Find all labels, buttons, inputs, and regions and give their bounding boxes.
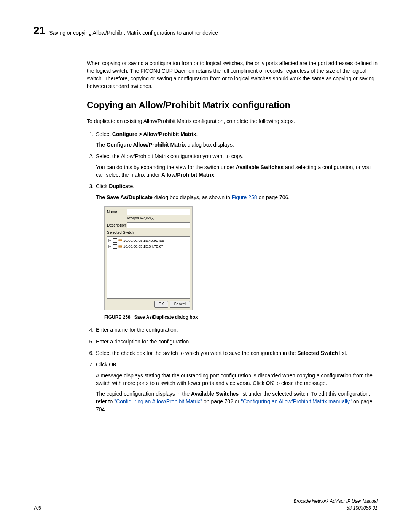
s7s2-mid2: on page 702 or (202, 398, 241, 404)
s7s2-link2[interactable]: "Configuring an Allow/Prohibit Matrix ma… (241, 398, 352, 404)
s2s-b2: Allow/Prohibit Matrix (161, 172, 214, 178)
dialog-button-row: OK Cancel (107, 301, 190, 308)
step-5: Enter a description for the configuratio… (95, 338, 378, 345)
s7s2-link1[interactable]: "Configuring an Allow/Prohibit Matrix" (114, 398, 202, 404)
step-1-sub: The Configure Allow/Prohibit Matrix dial… (96, 141, 378, 149)
s2s-b1: Available Switches (236, 164, 284, 170)
footer-right: Brocade Network Advisor IP User Manual 5… (293, 498, 378, 511)
tree-item-label: 10:00:00:05:1E:40:9D:EE (123, 238, 164, 243)
checkbox-icon[interactable] (113, 238, 117, 243)
s7-bold: OK (109, 361, 117, 367)
s3-bold: Duplicate (109, 183, 133, 189)
svg-rect-1 (119, 246, 122, 247)
expander-icon[interactable]: − (108, 245, 112, 248)
step-3-sub: The Save As/Duplicate dialog box display… (96, 193, 378, 201)
s2-main: Select the Allow/Prohibit Matrix configu… (96, 153, 244, 159)
step-7-sub1: A message displays stating that the outs… (96, 372, 378, 387)
expander-icon[interactable]: − (108, 239, 112, 242)
steps-list: Select Configure > Allow/Prohibit Matrix… (87, 130, 378, 413)
s2s-pre: You can do this by expanding the view fo… (96, 164, 236, 170)
switch-icon (118, 244, 122, 248)
step-7-sub2: The copied configuration displays in the… (96, 390, 378, 413)
s3s-link[interactable]: Figure 258 (232, 194, 257, 200)
s1s-pre: The (96, 142, 107, 148)
section-intro: To duplicate an existing Allow/Prohibit … (87, 117, 378, 125)
s7s1-post: to close the message. (274, 380, 327, 386)
section-heading: Copying an Allow/Prohibit Matrix configu… (87, 99, 378, 112)
s1s-post: dialog box displays. (186, 142, 234, 148)
figure-caption: FIGURE 258 Save As/Duplicate dialog box (104, 314, 378, 321)
description-label: Description (107, 223, 127, 228)
selected-switch-label: Selected Switch (107, 230, 190, 236)
selected-switch-tree[interactable]: − 10:00:00:05:1E:40:9D:EE − (107, 236, 190, 299)
svg-rect-0 (119, 240, 122, 241)
manual-title: Brocade Network Advisor IP User Manual (293, 498, 378, 504)
s3-pre: Click (96, 183, 109, 189)
s1-post: . (196, 131, 198, 137)
s6-pre: Select the check box for the switch to w… (96, 350, 297, 356)
s3s-mid: dialog box displays, as shown in (153, 194, 232, 200)
s7-pre: Click (96, 361, 109, 367)
step-6: Select the check box for the switch to w… (95, 349, 378, 357)
intro-paragraph: When copying or saving a configuration f… (87, 59, 378, 90)
s6-post: list. (338, 350, 347, 356)
switch-icon (118, 238, 122, 242)
tree-item-0[interactable]: − 10:00:00:05:1E:40:9D:EE (108, 238, 188, 243)
step-7-text: Click OK. (96, 361, 118, 367)
step-3: Click Duplicate. The Save As/Duplicate d… (95, 182, 378, 321)
caption-prefix: FIGURE 258 (104, 315, 131, 320)
step-7: Click OK. A message displays stating tha… (95, 361, 378, 413)
name-hint: Accepts A-Z,0-9,-,_ (127, 216, 190, 221)
save-as-dialog: Name Accepts A-Z,0-9,-,_ Description Sel… (104, 206, 193, 310)
name-label: Name (107, 209, 127, 215)
step-3-text: Click Duplicate. (96, 183, 134, 189)
s3s-bold: Save As/Duplicate (107, 194, 153, 200)
checkbox-icon[interactable] (113, 244, 117, 249)
content-area: When copying or saving a configuration f… (87, 59, 378, 413)
s3s-pre: The (96, 194, 107, 200)
name-input[interactable] (127, 209, 190, 215)
tree-item-1[interactable]: − 10:00:00:05:1E:34:7E:67 (108, 244, 188, 249)
s7s1-bold: OK (266, 380, 274, 386)
s1s-bold: Configure Allow/Prohibit Matrix (107, 142, 186, 148)
s7-post: . (117, 361, 118, 367)
page-number: 706 (33, 505, 41, 511)
page-header: 21 Saving or copying Allow/Prohibit Matr… (33, 23, 378, 40)
cancel-button[interactable]: Cancel (170, 301, 190, 308)
page-footer: 706 Brocade Network Advisor IP User Manu… (33, 498, 378, 511)
figure-258: Name Accepts A-Z,0-9,-,_ Description Sel… (104, 206, 378, 321)
doc-id: 53-1003056-01 (347, 505, 378, 511)
s1-pre: Select (96, 131, 112, 137)
chapter-number: 21 (33, 23, 45, 38)
caption-text: Save As/Duplicate dialog box (134, 315, 198, 320)
step-1-text: Select Configure > Allow/Prohibit Matrix… (96, 131, 198, 137)
s7s2-pre: The copied configuration displays in the (96, 391, 191, 397)
name-row: Name (107, 209, 190, 215)
s7s2-bold: Available Switches (191, 391, 239, 397)
step-1: Select Configure > Allow/Prohibit Matrix… (95, 130, 378, 149)
tree-item-label: 10:00:00:05:1E:34:7E:67 (123, 244, 163, 249)
step-2-sub: You can do this by expanding the view fo… (96, 163, 378, 179)
step-4: Enter a name for the configuration. (95, 326, 378, 334)
running-title: Saving or copying Allow/Prohibit Matrix … (49, 29, 218, 37)
s7s1-pre: A message displays stating that the outs… (96, 372, 373, 386)
description-input[interactable] (127, 222, 190, 228)
s2s-post: . (214, 172, 216, 178)
page: 21 Saving or copying Allow/Prohibit Matr… (0, 0, 411, 532)
s1-bold: Configure > Allow/Prohibit Matrix (112, 131, 196, 137)
step-2: Select the Allow/Prohibit Matrix configu… (95, 152, 378, 179)
ok-button[interactable]: OK (154, 301, 168, 308)
s3s-post: on page 706. (257, 194, 290, 200)
desc-row: Description (107, 222, 190, 228)
s3-post: . (133, 183, 134, 189)
s6-bold: Selected Switch (297, 350, 338, 356)
